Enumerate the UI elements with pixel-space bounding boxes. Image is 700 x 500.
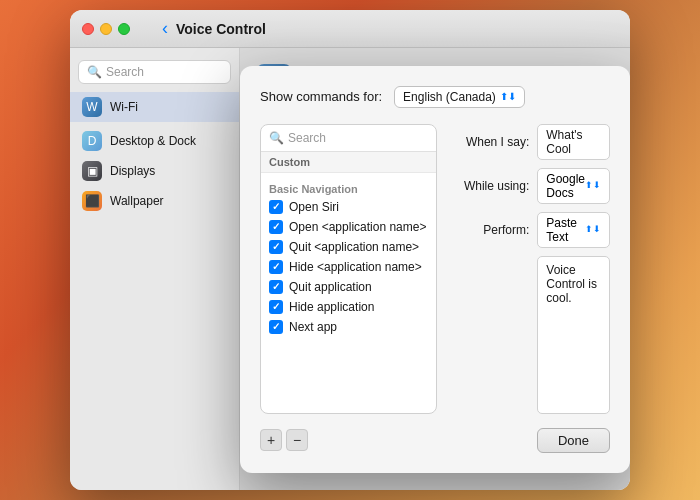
right-panel: When I say: What's Cool While using: Goo… [449,124,610,414]
sidebar-lower: D Desktop & Dock ▣ Displays ⬛ Wallpaper [70,126,239,216]
displays-icon: ▣ [82,161,102,181]
sidebar-wifi-label: Wi-Fi [110,100,138,114]
checkbox-hide-app-name[interactable] [269,260,283,274]
checkbox-next-app[interactable] [269,320,283,334]
commands-search-placeholder: Search [288,131,326,145]
sidebar-search[interactable]: 🔍 Search [78,60,231,84]
sidebar-item-displays[interactable]: ▣ Displays [70,156,239,186]
maximize-button[interactable] [118,23,130,35]
command-hide-app-name-label: Hide <application name> [289,260,422,274]
perform-value: Paste Text [546,216,585,244]
while-using-value: Google Docs [546,172,585,200]
command-open-siri-label: Open Siri [289,200,339,214]
select-arrows-icon: ⬆⬇ [500,92,516,102]
command-open-app-label: Open <application name> [289,220,426,234]
command-hide-app-name[interactable]: Hide <application name> [261,257,436,277]
sidebar-wallpaper-label: Wallpaper [110,194,164,208]
commands-panel: 🔍 Search Custom Basic Navigation Open Si… [260,124,437,414]
checkbox-open-siri[interactable] [269,200,283,214]
when-i-say-label: When I say: [449,135,529,149]
modal-body: 🔍 Search Custom Basic Navigation Open Si… [260,124,610,414]
sidebar-desktop-label: Desktop & Dock [110,134,196,148]
sidebar-search-placeholder: Search [106,65,144,79]
section-header: Basic Navigation [261,177,436,197]
window-body: 🔍 Search W Wi-Fi D Desktop & Dock ▣ Disp… [70,48,630,490]
traffic-lights [82,23,130,35]
while-using-select[interactable]: Google Docs ⬆⬇ [537,168,610,204]
checkbox-quit-application[interactable] [269,280,283,294]
checkbox-open-app[interactable] [269,220,283,234]
text-area-content[interactable]: Voice Control is cool. [537,256,610,414]
title-nav: ‹ Voice Control [162,18,266,39]
text-area-value: Voice Control is cool. [546,263,597,305]
main-content: 🎙 Voice Control Voice Control allows you… [240,48,630,490]
when-i-say-value[interactable]: What's Cool [537,124,610,160]
sidebar-item-wifi[interactable]: W Wi-Fi [70,92,239,122]
perform-arrows-icon: ⬆⬇ [585,225,601,234]
command-quit-app-name[interactable]: Quit <application name> [261,237,436,257]
command-next-app-label: Next app [289,320,337,334]
command-next-app[interactable]: Next app [261,317,436,337]
language-select[interactable]: English (Canada) ⬆⬇ [394,86,525,108]
desktop-icon: D [82,131,102,151]
back-button[interactable]: ‹ [162,18,168,39]
command-open-siri[interactable]: Open Siri [261,197,436,217]
perform-label: Perform: [449,223,529,237]
checkbox-quit-app-name[interactable] [269,240,283,254]
search-icon: 🔍 [269,131,284,145]
wallpaper-icon: ⬛ [82,191,102,211]
window-title: Voice Control [176,21,266,37]
while-using-label: While using: [449,179,529,193]
wifi-icon: W [82,97,102,117]
show-commands-label: Show commands for: [260,89,382,104]
command-quit-app-name-label: Quit <application name> [289,240,419,254]
command-open-app[interactable]: Open <application name> [261,217,436,237]
perform-select[interactable]: Paste Text ⬆⬇ [537,212,610,248]
add-command-button[interactable]: + [260,429,282,451]
minimize-button[interactable] [100,23,112,35]
modal-dialog: Show commands for: English (Canada) ⬆⬇ 🔍 [240,66,630,473]
modal-header: Show commands for: English (Canada) ⬆⬇ [260,86,610,108]
sidebar: 🔍 Search W Wi-Fi D Desktop & Dock ▣ Disp… [70,48,240,490]
footer-left: + − [260,429,308,451]
plus-icon: + [267,432,275,448]
close-button[interactable] [82,23,94,35]
modal-overlay: Show commands for: English (Canada) ⬆⬇ 🔍 [240,48,630,490]
search-icon: 🔍 [87,65,102,79]
sidebar-displays-label: Displays [110,164,155,178]
while-using-arrows-icon: ⬆⬇ [585,181,601,190]
minus-icon: − [293,432,301,448]
perform-row: Perform: Paste Text ⬆⬇ [449,212,610,248]
command-list: Basic Navigation Open Siri Open <applica… [261,173,436,413]
remove-command-button[interactable]: − [286,429,308,451]
command-hide-application-label: Hide application [289,300,374,314]
command-quit-application-label: Quit application [289,280,372,294]
commands-search[interactable]: 🔍 Search [261,125,436,152]
command-hide-application[interactable]: Hide application [261,297,436,317]
done-button[interactable]: Done [537,428,610,453]
checkbox-hide-application[interactable] [269,300,283,314]
while-using-row: While using: Google Docs ⬆⬇ [449,168,610,204]
sidebar-item-wallpaper[interactable]: ⬛ Wallpaper [70,186,239,216]
modal-footer: + − Done [260,428,610,453]
main-window: ‹ Voice Control 🔍 Search W Wi-Fi D Deskt… [70,10,630,490]
category-header: Custom [261,152,436,173]
when-i-say-row: When I say: What's Cool [449,124,610,160]
title-bar: ‹ Voice Control [70,10,630,48]
done-label: Done [558,433,589,448]
language-value: English (Canada) [403,90,496,104]
command-quit-application[interactable]: Quit application [261,277,436,297]
sidebar-item-desktop[interactable]: D Desktop & Dock [70,126,239,156]
